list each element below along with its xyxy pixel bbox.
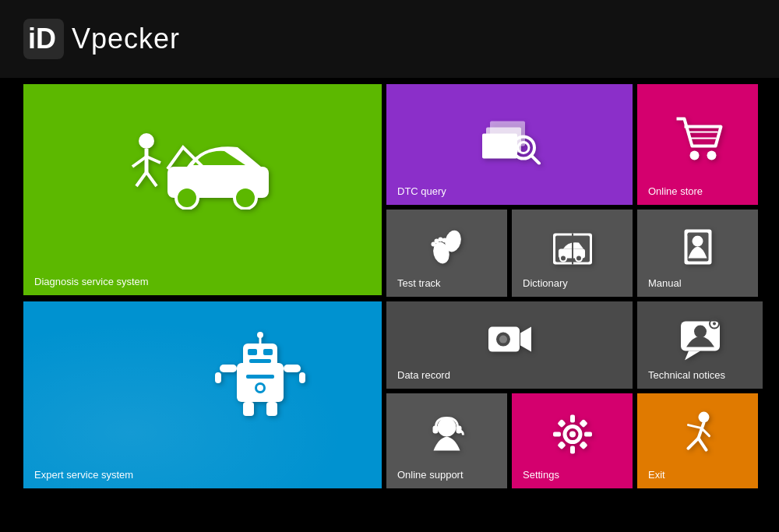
svg-rect-63 <box>246 375 274 379</box>
diagnosis-label: Diagnosis service system <box>34 276 371 287</box>
tile-dictionary[interactable]: Dictionary <box>512 210 633 297</box>
svg-point-21 <box>707 150 716 160</box>
header: iD Vpecker <box>0 0 779 78</box>
svg-point-2 <box>139 133 154 149</box>
main-grid: Diagnosis service system DTC query <box>0 78 779 532</box>
svg-point-30 <box>446 241 449 245</box>
tile-datarecord[interactable]: Data record <box>386 301 633 389</box>
app-title: Vpecker <box>72 23 180 55</box>
svg-point-44 <box>499 336 507 344</box>
svg-text:iD: iD <box>28 23 56 55</box>
svg-point-35 <box>576 255 582 262</box>
svg-point-65 <box>257 385 263 391</box>
support-icon <box>425 414 468 460</box>
expert-label: Expert service system <box>34 469 371 481</box>
svg-point-53 <box>257 332 263 338</box>
svg-point-39 <box>692 236 703 247</box>
tile-dtc[interactable]: DTC query <box>386 84 633 205</box>
dtc-label: DTC query <box>397 185 622 197</box>
svg-rect-74 <box>584 432 592 437</box>
expert-icon <box>206 332 307 421</box>
exit-icon <box>676 411 719 461</box>
svg-rect-71 <box>570 415 575 423</box>
svg-rect-76 <box>579 419 587 428</box>
svg-rect-54 <box>248 349 257 355</box>
svg-line-5 <box>146 157 160 163</box>
dtc-icon <box>478 110 541 167</box>
svg-rect-51 <box>243 344 277 368</box>
svg-point-9 <box>176 187 198 209</box>
svg-marker-46 <box>685 351 700 361</box>
svg-rect-58 <box>284 365 301 372</box>
svg-point-28 <box>438 238 442 242</box>
tile-expert[interactable]: Expert service system <box>23 301 382 488</box>
svg-rect-72 <box>570 446 575 454</box>
svg-line-81 <box>688 425 701 428</box>
svg-line-82 <box>701 428 709 436</box>
datarecord-icon <box>486 318 533 364</box>
svg-line-84 <box>698 439 706 450</box>
tile-diagnosis[interactable]: Diagnosis service system <box>23 84 382 295</box>
store-icon <box>672 115 723 164</box>
technical-icon <box>677 318 724 364</box>
svg-point-47 <box>694 326 707 338</box>
svg-point-49 <box>713 322 716 326</box>
svg-point-20 <box>689 150 699 160</box>
support-label: Online support <box>397 469 496 481</box>
tile-exit[interactable]: Exit <box>637 393 758 488</box>
datarecord-label: Data record <box>397 369 622 381</box>
svg-rect-55 <box>263 349 273 355</box>
svg-rect-56 <box>249 359 271 363</box>
svg-line-4 <box>132 157 146 167</box>
tile-store[interactable]: Online store <box>637 84 758 205</box>
dictionary-icon <box>549 226 596 272</box>
tile-manual[interactable]: Manual <box>637 210 758 297</box>
svg-rect-60 <box>299 372 305 383</box>
svg-rect-57 <box>220 365 237 372</box>
tile-settings[interactable]: Settings <box>512 393 633 488</box>
svg-point-10 <box>234 187 256 209</box>
tile-technical[interactable]: Technical notices <box>637 301 763 389</box>
manual-label: Manual <box>648 277 747 289</box>
store-label: Online store <box>648 185 747 197</box>
svg-point-70 <box>569 432 576 438</box>
tile-testtrack[interactable]: Test track <box>386 210 507 297</box>
svg-rect-73 <box>553 432 561 437</box>
dictionary-label: Dictionary <box>523 277 622 289</box>
svg-rect-62 <box>266 402 277 416</box>
svg-point-66 <box>437 418 456 437</box>
svg-rect-75 <box>557 419 566 428</box>
svg-rect-77 <box>557 441 566 449</box>
svg-line-7 <box>146 172 157 186</box>
testtrack-icon <box>425 226 468 272</box>
svg-rect-78 <box>579 441 587 449</box>
diagnosis-icon <box>125 124 280 213</box>
svg-rect-61 <box>243 402 254 416</box>
svg-marker-42 <box>520 327 531 352</box>
technical-label: Technical notices <box>648 369 752 381</box>
exit-label: Exit <box>648 469 747 481</box>
logo-container: iD Vpecker <box>23 19 180 59</box>
vpecker-logo-icon: iD <box>23 19 64 59</box>
tile-support[interactable]: Online support <box>386 393 507 488</box>
svg-line-18 <box>531 155 539 163</box>
settings-icon <box>549 411 596 461</box>
settings-label: Settings <box>523 469 622 481</box>
testtrack-label: Test track <box>397 277 496 289</box>
manual-icon <box>676 226 719 272</box>
svg-point-79 <box>698 412 709 423</box>
svg-line-83 <box>688 439 698 449</box>
svg-line-6 <box>136 172 146 186</box>
svg-rect-67 <box>432 426 438 434</box>
svg-rect-59 <box>215 372 221 383</box>
svg-point-34 <box>560 255 566 262</box>
